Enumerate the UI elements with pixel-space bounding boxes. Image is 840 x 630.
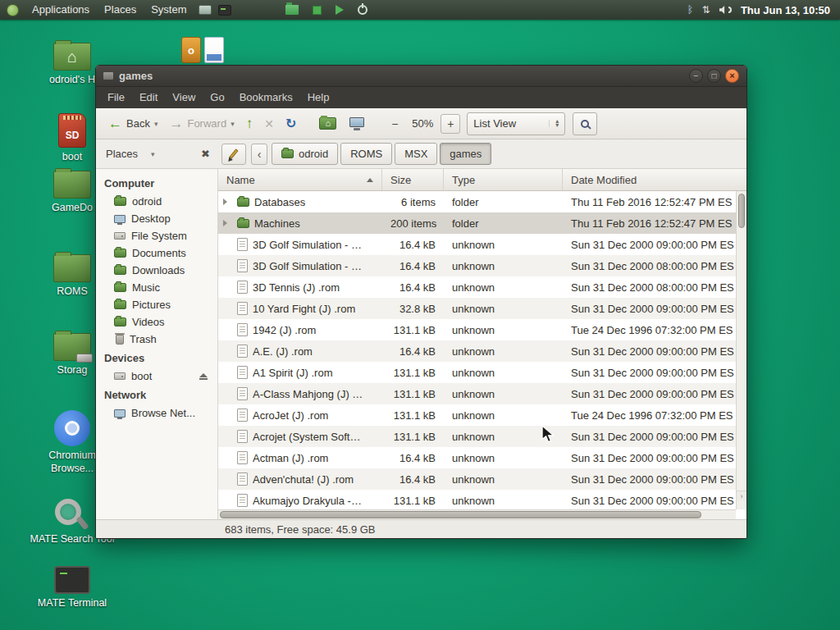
file-name: A.E. (J) .rom [253,345,313,358]
file-row[interactable]: 1942 (J) .rom131.1 kBunknownTue 24 Dec 1… [218,319,736,340]
sidebar-item-browse-net[interactable]: Browse Net... [96,404,217,422]
file-name: Databases [254,196,305,208]
reload-button[interactable]: ↻ [280,112,302,136]
panel-menu-applications[interactable]: Applications [25,0,97,20]
background-file-icon-2[interactable] [204,37,224,63]
menu-view[interactable]: View [165,87,203,108]
bluetooth-icon[interactable]: ᛒ [687,4,693,16]
sidebar-item-trash[interactable]: Trash [96,331,217,348]
scrollbar-step-right[interactable]: › [736,491,746,500]
terminal-launcher-icon[interactable] [218,5,231,16]
file-row[interactable]: 3D Golf Simulation - …16.4 kBunknownSun … [218,255,736,276]
desktop-icon-label: odroid's H [49,74,95,87]
play-applet-icon[interactable] [336,5,344,15]
file-manager-launcher-icon[interactable] [199,5,212,15]
file-row[interactable]: 3D Tennis (J) .rom16.4 kBunknownSun 31 D… [218,276,736,298]
background-file-icon-1[interactable]: o [181,37,201,63]
computer-button[interactable] [342,112,372,136]
close-sidebar-button[interactable]: ✖ [198,148,213,160]
file-row[interactable]: 10 Yard Fight (J) .rom32.8 kBunknownSun … [218,298,736,319]
network-icon[interactable]: ⇅ [702,4,710,16]
horizontal-scrollbar-thumb[interactable] [220,511,701,518]
sidebar-view-select[interactable]: Places ▾ [106,148,198,160]
expander-icon[interactable] [223,199,232,205]
file-row[interactable]: A-Class Mahjong (J) …131.1 kBunknownSun … [218,383,736,404]
size-cell: 16.4 kB [382,239,444,251]
breadcrumb-roms[interactable]: ROMS [340,143,392,165]
file-row[interactable]: Databases6 itemsfolderThu 11 Feb 2016 12… [218,191,736,212]
file-row[interactable]: Acrojet (System Soft…131.1 kBunknownSun … [218,426,736,447]
mate-menu-icon[interactable] [7,4,19,16]
file-row[interactable]: Adven'chuta! (J) .rom16.4 kBunknownSun 3… [218,468,736,490]
column-header-name[interactable]: Name [218,169,382,190]
monitor-stand-icon [354,128,360,130]
home-button[interactable]: ⌂ [313,112,342,136]
back-button[interactable]: ← Back ▾ [103,112,163,136]
sidebar-item-videos[interactable]: Videos [96,313,217,331]
file-row[interactable]: Akumajyo Drakyula -…131.1 kBunknownSun 3… [218,490,736,509]
menu-go[interactable]: Go [203,87,231,108]
close-button[interactable]: × [725,69,739,83]
titlebar[interactable]: games − □ × [96,66,746,87]
search-button[interactable] [573,112,597,135]
edit-location-button[interactable] [221,144,246,165]
sidebar-item-documents[interactable]: Documents [96,244,217,262]
file-row[interactable]: A.E. (J) .rom16.4 kBunknownSun 31 Dec 20… [218,340,736,362]
breadcrumb-odroid[interactable]: odroid [272,143,338,165]
sort-ascending-icon [367,178,373,182]
stop-applet-icon[interactable] [313,6,322,15]
forward-button[interactable]: → Forward ▾ [163,112,240,136]
window-title: games [119,70,153,82]
file-row[interactable]: Machines200 itemsfolderThu 11 Feb 2016 1… [218,212,736,234]
sidebar-item-file-system[interactable]: File System [96,227,217,244]
up-button[interactable]: ↑ [240,112,259,136]
back-history-caret-icon[interactable]: ▾ [154,120,158,128]
sidebar-item-music[interactable]: Music [96,279,217,296]
menu-help[interactable]: Help [300,87,337,108]
breadcrumb-games[interactable]: games [440,143,491,165]
column-header-date-modified[interactable]: Date Modified [563,169,736,190]
size-cell: 16.4 kB [382,345,444,358]
panel-menu-system[interactable]: System [144,0,194,20]
stop-button[interactable]: ✕ [258,112,280,136]
sidebar-item-desktop[interactable]: Desktop [96,210,217,227]
sidebar-item-odroid[interactable]: odroid [96,193,217,210]
horizontal-scrollbar[interactable] [218,509,736,519]
eject-icon[interactable] [199,373,208,380]
zoom-out-button[interactable]: − [385,114,404,134]
file-row[interactable]: A1 Spirit (J) .rom131.1 kBunknownSun 31 … [218,362,736,383]
zoom-in-button[interactable]: + [441,114,460,134]
column-header-size[interactable]: Size [382,169,444,190]
sidebar-item-pictures[interactable]: Pictures [96,296,217,313]
file-row[interactable]: Actman (J) .rom16.4 kBunknownSun 31 Dec … [218,447,736,468]
menu-bookmarks[interactable]: Bookmarks [232,87,300,108]
minimize-button[interactable]: − [689,69,703,83]
panel-menu-places[interactable]: Places [97,0,144,20]
power-applet-icon[interactable] [358,5,368,15]
maximize-button[interactable]: □ [707,69,721,83]
forward-history-caret-icon[interactable]: ▾ [231,120,235,128]
desktop-icon-mate-terminal[interactable]: MATE Terminal [25,566,120,610]
column-header-type[interactable]: Type [444,169,563,190]
sd-icon-art: SD [58,113,86,148]
size-cell: 131.1 kB [382,324,444,336]
volume-icon[interactable] [719,6,732,14]
breadcrumbs: odroidROMSMSXgames [272,143,491,165]
sidebar-item-downloads[interactable]: Downloads [96,262,217,279]
menu-file[interactable]: File [100,87,132,108]
file-name: A1 Spirit (J) .rom [253,367,333,379]
breadcrumb-msx[interactable]: MSX [395,143,437,165]
view-mode-select[interactable]: List View ▴ ▾ [467,112,565,135]
expander-icon[interactable] [223,220,232,226]
file-row[interactable]: 3D Golf Simulation - …16.4 kBunknownSun … [218,234,736,255]
vertical-scrollbar[interactable] [736,191,746,509]
menu-edit[interactable]: Edit [132,87,165,108]
vertical-scrollbar-thumb[interactable] [738,194,745,228]
status-text: 683 items, Free space: 45.9 GB [225,523,376,536]
computer-icon [348,116,366,132]
clock[interactable]: Thu Jun 13, 10:50 [741,4,830,16]
breadcrumb-scroll-left-button[interactable]: ‹ [251,144,267,165]
folder-applet-icon[interactable] [285,5,299,15]
sidebar-item-boot[interactable]: boot [96,368,217,385]
file-row[interactable]: AcroJet (J) .rom131.1 kBunknownTue 24 De… [218,404,736,426]
